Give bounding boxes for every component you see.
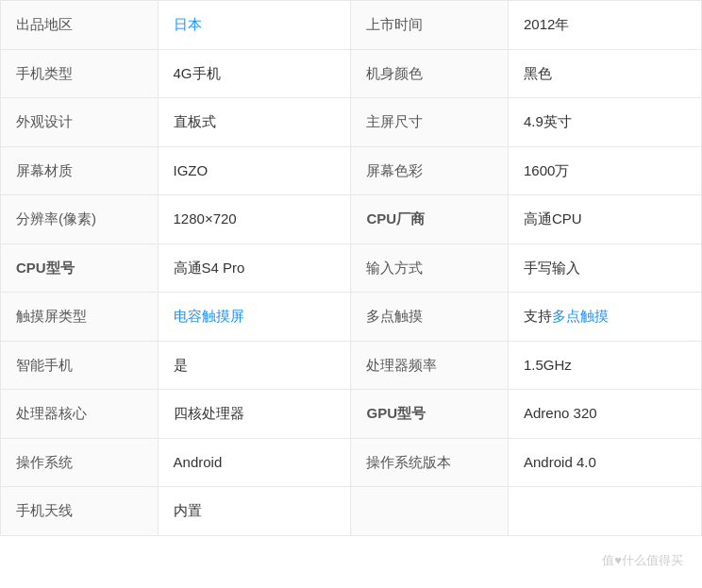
left-value: 高通S4 Pro	[158, 244, 351, 293]
left-label: 操作系统	[1, 438, 159, 487]
right-label: 输入方式	[351, 244, 509, 293]
right-value: 1600万	[509, 146, 702, 195]
left-value: 内置	[158, 487, 351, 536]
left-label: 智能手机	[1, 341, 159, 390]
left-label: 手机类型	[1, 49, 159, 98]
right-value	[509, 487, 702, 536]
left-value-link[interactable]: 日本	[174, 16, 202, 32]
right-label	[351, 487, 509, 536]
table-row: 出品地区日本上市时间2012年	[1, 1, 702, 50]
right-value: Android 4.0	[509, 438, 702, 487]
right-label: 多点触摸	[351, 293, 509, 342]
table-row: 手机类型4G手机机身颜色黑色	[1, 49, 702, 98]
left-value: 直板式	[158, 98, 351, 147]
table-row: 处理器核心四核处理器GPU型号Adreno 320	[1, 390, 702, 439]
table-row: 操作系统Android操作系统版本Android 4.0	[1, 438, 702, 487]
spec-table: 出品地区日本上市时间2012年手机类型4G手机机身颜色黑色外观设计直板式主屏尺寸…	[0, 0, 702, 536]
table-row: 屏幕材质IGZO屏幕色彩1600万	[1, 146, 702, 195]
left-value: 四核处理器	[158, 390, 351, 439]
right-value: 高通CPU	[509, 195, 702, 244]
right-value-link[interactable]: 多点触摸	[552, 308, 609, 324]
left-label: 外观设计	[1, 98, 159, 147]
left-value: 1280×720	[158, 195, 351, 244]
left-value: Android	[158, 438, 351, 487]
right-label: CPU厂商	[351, 195, 509, 244]
left-label: 屏幕材质	[1, 146, 159, 195]
left-label: 触摸屏类型	[1, 293, 159, 342]
right-value: 4.9英寸	[509, 98, 702, 147]
right-value: Adreno 320	[509, 390, 702, 439]
right-label: GPU型号	[351, 390, 509, 439]
right-label: 主屏尺寸	[351, 98, 509, 147]
right-value: 手写输入	[509, 244, 702, 293]
left-label: 处理器核心	[1, 390, 159, 439]
right-value[interactable]: 支持多点触摸	[509, 293, 702, 342]
left-value[interactable]: 日本	[158, 1, 351, 50]
left-label: 手机天线	[1, 487, 159, 536]
table-row: 触摸屏类型电容触摸屏多点触摸支持多点触摸	[1, 293, 702, 342]
left-label: CPU型号	[1, 244, 159, 293]
watermark: 值♥什么值得买	[602, 552, 683, 569]
left-value: 4G手机	[158, 49, 351, 98]
table-row: CPU型号高通S4 Pro输入方式手写输入	[1, 244, 702, 293]
left-value[interactable]: 电容触摸屏	[158, 293, 351, 342]
left-value: IGZO	[158, 146, 351, 195]
left-value-link[interactable]: 电容触摸屏	[174, 308, 244, 324]
table-row: 外观设计直板式主屏尺寸4.9英寸	[1, 98, 702, 147]
right-value: 2012年	[509, 1, 702, 50]
table-row: 智能手机是处理器频率1.5GHz	[1, 341, 702, 390]
right-label: 机身颜色	[351, 49, 509, 98]
right-label: 处理器频率	[351, 341, 509, 390]
table-row: 分辨率(像素)1280×720CPU厂商高通CPU	[1, 195, 702, 244]
left-value: 是	[158, 341, 351, 390]
right-value: 黑色	[509, 49, 702, 98]
left-label: 出品地区	[1, 1, 159, 50]
left-label: 分辨率(像素)	[1, 195, 159, 244]
right-label: 操作系统版本	[351, 438, 509, 487]
right-label: 屏幕色彩	[351, 146, 509, 195]
table-row: 手机天线内置	[1, 487, 702, 536]
right-value: 1.5GHz	[509, 341, 702, 390]
right-label: 上市时间	[351, 1, 509, 50]
